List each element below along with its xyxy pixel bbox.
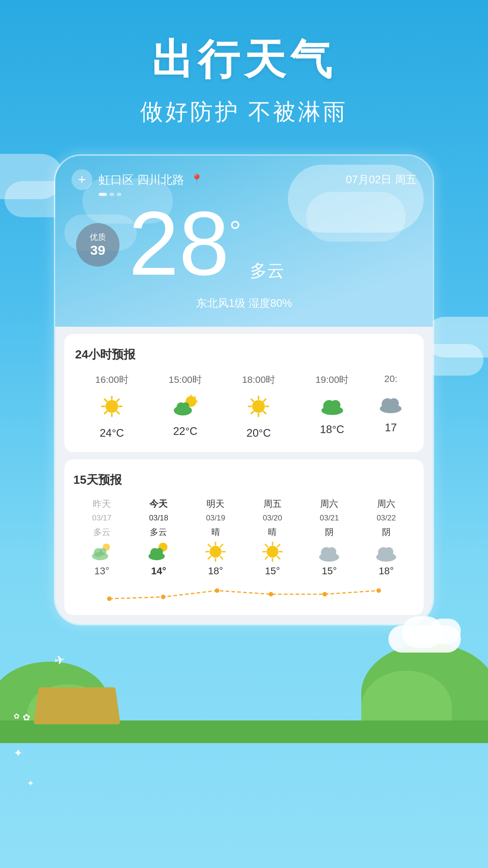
daily-forecast-card: 15天预报 昨天 03/17 多云: [64, 459, 424, 615]
svg-line-53: [265, 544, 268, 547]
air-quality-badge: 优质 39: [76, 223, 120, 267]
svg-line-21: [251, 399, 254, 401]
svg-line-24: [251, 411, 254, 414]
condition-group: 多云: [250, 205, 284, 291]
svg-line-56: [265, 557, 268, 559]
day-name-5: 周六: [320, 498, 338, 510]
svg-point-30: [389, 398, 399, 408]
air-quality-label: 优质: [90, 232, 106, 243]
location-name: 虹口区 四川北路: [99, 172, 184, 188]
header-section: 出行天气 做好防护 不被淋雨: [0, 0, 488, 141]
svg-point-48: [267, 546, 278, 558]
cloud-dark-icon-5: [378, 392, 404, 413]
day-item-6: 周六 03/22 阴 18°: [358, 498, 415, 577]
day-cond-2: 多云: [150, 526, 167, 538]
airplane-icon: ✈: [53, 652, 66, 668]
phone-mockup: + 虹口区 四川北路 📍 07月02日 周五 优质: [54, 154, 434, 625]
top-bar: + 虹口区 四川北路 📍 07月02日 周五: [72, 169, 416, 190]
cloud-icon-4: [319, 394, 345, 415]
svg-point-59: [327, 547, 336, 556]
weather-bg: + 虹口区 四川北路 📍 07月02日 周五 优质: [55, 156, 433, 327]
day-cond-3: 晴: [211, 526, 220, 538]
date-display: 07月02日 周五: [346, 172, 416, 187]
sub-title: 做好防护 不被淋雨: [18, 97, 470, 127]
day-icon-2: [147, 542, 170, 562]
day-item-2: 今天 03/18 多云 14°: [130, 498, 187, 577]
temp-section: 优质 39 28 ° 多云: [72, 205, 416, 291]
hour-temp-5: 17: [385, 421, 397, 434]
dot-3: [117, 193, 121, 196]
hour-item-1: 16:00时: [75, 373, 148, 439]
day-item-5: 周六 03/21 阴 15°: [301, 498, 358, 577]
air-quality-value: 39: [90, 243, 105, 258]
weather-details: 东北风1级 湿度80%: [72, 291, 416, 327]
svg-line-22: [263, 411, 266, 414]
day-date-3: 03/19: [206, 514, 225, 523]
svg-line-11: [194, 397, 196, 398]
svg-line-46: [220, 544, 223, 547]
location-pin-icon: 📍: [191, 174, 203, 186]
hour-item-3: 18:00时: [222, 373, 295, 439]
day-icon-5: [317, 542, 341, 562]
app-background: ✦ ✦ 出行天气 做好防护 不被淋雨 +: [0, 0, 488, 868]
day-cond-5: 阴: [325, 526, 334, 538]
dot-2: [110, 193, 114, 196]
add-icon: +: [78, 172, 86, 187]
day-date-1: 03/17: [92, 514, 112, 523]
temperature-display: 28: [129, 205, 229, 282]
phone-wrapper: + 虹口区 四川北路 📍 07月02日 周五 优质: [54, 154, 434, 625]
hour-temp-1: 24°C: [100, 427, 124, 439]
main-title: 出行天气: [18, 32, 470, 88]
day-cond-1: 多云: [93, 526, 110, 538]
hour-time-2: 15:00时: [168, 373, 202, 386]
svg-line-7: [117, 399, 119, 401]
day-item-3: 明天 03/19 晴: [187, 498, 244, 577]
svg-line-47: [208, 557, 211, 559]
day-name-4: 周五: [263, 498, 282, 510]
day-date-2: 03/18: [149, 514, 168, 523]
days-grid: 昨天 03/17 多云 13°: [73, 498, 415, 577]
day-date-5: 03/21: [320, 514, 339, 523]
weather-condition: 多云: [250, 259, 284, 282]
svg-line-23: [263, 399, 266, 401]
hour-item-4: 19:00时 18°C: [296, 373, 369, 439]
svg-line-8: [105, 411, 107, 414]
add-button[interactable]: +: [72, 169, 92, 190]
flower-2: ✿: [14, 712, 19, 720]
svg-line-55: [277, 544, 280, 547]
svg-line-5: [105, 399, 107, 401]
day-name-2: 今天: [149, 498, 167, 510]
day-icon-3: [204, 542, 227, 562]
hour-time-3: 18:00时: [242, 373, 276, 386]
day-temp-3: 18°: [208, 565, 223, 577]
day-icon-1: [90, 542, 114, 562]
svg-line-45: [220, 557, 223, 559]
day-temp-6: 18°: [379, 565, 394, 577]
hourly-card-title: 24小时预报: [75, 347, 413, 362]
svg-line-6: [117, 411, 119, 414]
hour-temp-3: 20°C: [247, 427, 271, 439]
day-date-6: 03/22: [377, 514, 396, 523]
svg-line-54: [277, 557, 280, 559]
day-icon-6: [374, 542, 398, 562]
svg-point-34: [99, 548, 106, 555]
day-cond-6: 阴: [382, 526, 391, 538]
location-group: + 虹口区 四川北路 📍: [72, 169, 203, 190]
degree-symbol: °: [229, 214, 241, 248]
hour-time-1: 16:00时: [95, 373, 129, 386]
day-item-1: 昨天 03/17 多云 13°: [73, 498, 130, 577]
sun-icon-3: [246, 394, 271, 419]
day-temp-2: 14°: [151, 565, 166, 577]
temp-number-group: 28 °: [129, 205, 241, 282]
cards-area: 24小时预报 16:00时: [55, 327, 433, 624]
hourly-row: 16:00时: [75, 373, 413, 439]
hour-temp-2: 22°C: [173, 425, 197, 438]
day-temp-5: 15°: [322, 565, 337, 577]
svg-point-38: [156, 548, 163, 555]
day-name-1: 昨天: [93, 498, 111, 510]
svg-point-27: [330, 400, 340, 410]
hour-item-5: 20: 17: [369, 373, 413, 439]
hour-time-4: 19:00时: [316, 373, 349, 386]
sparkle-left2: ✦: [27, 778, 34, 788]
svg-point-39: [210, 546, 221, 558]
